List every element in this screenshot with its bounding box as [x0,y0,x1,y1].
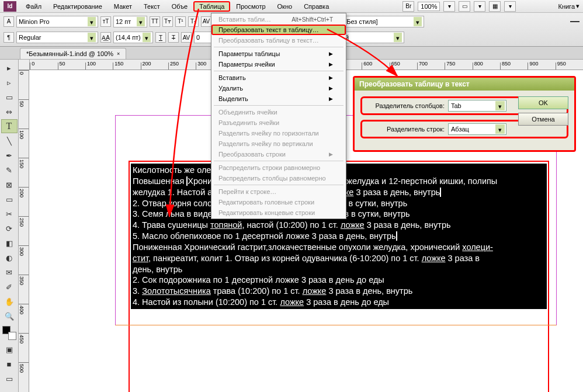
tab-title: *Безымянный-1.indd @ 100% [26,50,113,57]
menu-edit-header[interactable]: Редактировать головные строки [211,197,346,207]
scissors-tool[interactable]: ✂ [1,207,18,221]
dialog-title: Преобразовать таблицу в текст [355,78,574,91]
subscript-icon[interactable]: T₁ [188,16,199,27]
menu-delete[interactable]: Удалить▶ [211,83,346,93]
menu-edit-footer[interactable]: Редактировать концевые строки [211,207,346,218]
cancel-button[interactable]: Отмена [518,113,568,126]
note-tool[interactable]: ✉ [1,265,18,279]
menu-merge-cells[interactable]: Объединить ячейки [211,107,346,117]
convert-dialog: Преобразовать таблицу в текст Разделител… [353,76,576,152]
row-sep-label: Разделитель строк: [366,126,445,133]
col-sep-select[interactable]: Tab [448,100,506,112]
workspace-switcher[interactable]: Книга▾ [558,2,579,10]
allcaps-icon[interactable]: TT [150,16,160,27]
type-tool[interactable]: T [1,119,18,133]
menu-convert-table-to-text[interactable]: Преобразовать таблицу в текст… [211,35,346,46]
document-tab[interactable]: *Безымянный-1.indd @ 100% × [20,48,126,59]
menu-window[interactable]: Окно [272,1,299,12]
leading-icon: A͟A [100,32,111,43]
fill-stroke-swap[interactable] [2,326,16,340]
pen-tool[interactable]: ✒ [1,148,18,162]
menu-object[interactable]: Объе [166,1,193,12]
page-tool[interactable]: ▭ [1,90,18,104]
close-icon[interactable]: × [117,51,120,57]
menu-goto-row[interactable]: Перейти к строке… [211,186,346,197]
rect-tool[interactable]: ▭ [1,192,18,206]
char-format-icon[interactable]: A [4,16,14,27]
toolbox: ▸ ▹ ▭ ⇔ T ╲ ✒ ✎ ⊠ ▭ ✂ ⟳ ◧ ◐ ✉ ✐ ✋ 🔍 ▣ ■ … [0,60,19,392]
para-format-icon[interactable]: ¶ [4,32,14,43]
selection-tool[interactable]: ▸ [1,61,18,75]
para-align-icons[interactable] [570,21,579,22]
gradient-feather-tool[interactable]: ◐ [1,251,18,265]
menu-distribute-rows[interactable]: Распределить строки равномерно [211,162,346,173]
app-logo: Id [4,1,16,12]
rect-frame-tool[interactable]: ⊠ [1,178,18,192]
menu-insert-table[interactable]: Вставить табли…Alt+Shift+Ctrl+T [211,14,346,25]
menu-unmerge-cells[interactable]: Разъединить ячейки [211,117,346,128]
viewmode-dd-icon[interactable]: ▾ [474,1,485,12]
menu-file[interactable]: Файл [20,1,47,12]
apply-color-icon[interactable]: ■ [1,357,18,371]
menu-select[interactable]: Выделить▶ [211,93,346,104]
screen-mode-icon[interactable]: ▭ [459,1,470,12]
superscript-icon[interactable]: T¹ [175,16,186,27]
table-menu-dropdown: Вставить табли…Alt+Shift+Ctrl+T Преобраз… [211,13,346,219]
eyedropper-tool[interactable]: ✐ [1,280,18,294]
tracking-icon: AV [181,32,192,43]
arrange-dd-icon[interactable]: ▾ [504,1,516,12]
strike-icon[interactable]: T [168,32,179,43]
menu-convert-rows[interactable]: Преобразовать строки▶ [211,149,346,159]
menu-layout[interactable]: Макет [108,1,138,12]
underline-icon[interactable]: T [155,32,166,43]
menu-insert[interactable]: Вставить▶ [211,72,346,83]
menu-text[interactable]: Текст [138,1,166,12]
font-size-select[interactable]: 12 пт [113,16,147,27]
menu-view[interactable]: Просмотр [230,1,271,12]
leading-select[interactable]: (14,4 пт) [113,32,153,43]
menu-table-options[interactable]: Параметры таблицы▶ [211,48,346,59]
transform-tool[interactable]: ⟳ [1,221,18,235]
charstyle-select[interactable]: [Без стиля] [342,16,424,27]
vertical-ruler: 050 100150 200250 300350 400450 500 [19,70,29,392]
pencil-tool[interactable]: ✎ [1,163,18,177]
arrange-icon[interactable]: ▦ [489,1,501,12]
ok-button[interactable]: OK [518,96,568,109]
font-size-icon: тТ [100,16,111,27]
font-weight-select[interactable]: Regular [16,32,98,43]
menu-help[interactable]: Справка [298,1,335,12]
hand-tool[interactable]: ✋ [1,294,18,308]
menu-edit[interactable]: Редактирование [47,1,108,12]
menu-table[interactable]: Таблица [193,1,230,12]
format-container-icon[interactable]: ▣ [1,342,18,356]
menu-split-horiz[interactable]: Разделить ячейку по горизонтали [211,128,346,138]
zoom-field[interactable]: 100% [418,2,440,11]
zoom-dropdown-icon[interactable]: ▾ [443,1,455,12]
menu-distribute-cols[interactable]: Распределить столбцы равномерно [211,173,346,183]
direct-select-tool[interactable]: ▹ [1,75,18,89]
menu-split-vert[interactable]: Разделить ячейку по вертикали [211,138,346,149]
kerning-icon: AV [201,16,211,27]
menu-cell-options[interactable]: Параметры ячейки▶ [211,59,346,70]
screenmode-tool[interactable]: ▭ [1,372,18,386]
menubar: Id Файл Редактирование Макет Текст Объе … [0,0,583,13]
line-tool[interactable]: ╲ [1,134,18,148]
menu-convert-text-to-table[interactable]: Преобразовать текст в таблицу… [211,25,346,35]
smallcaps-icon[interactable]: Tᴛ [162,16,173,27]
font-family-select[interactable]: Minion Pro [16,16,98,27]
gradient-swatch-tool[interactable]: ◧ [1,236,18,250]
row-sep-select[interactable]: Абзац [448,123,506,135]
zoom-tool[interactable]: 🔍 [1,309,18,323]
col-sep-label: Разделитель столбцов: [366,102,445,109]
bridge-icon[interactable]: Br [402,1,414,12]
gap-tool[interactable]: ⇔ [1,105,18,119]
